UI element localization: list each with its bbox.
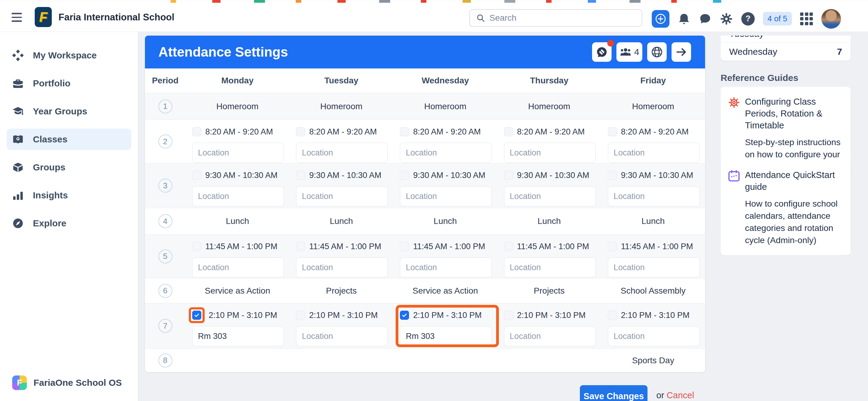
sidebar-item-classes[interactable]: Classes bbox=[7, 129, 131, 150]
location-input[interactable] bbox=[400, 326, 492, 346]
timeslot-checkbox[interactable] bbox=[608, 242, 617, 251]
period-badge: 4 bbox=[158, 214, 173, 228]
user-avatar[interactable] bbox=[821, 9, 841, 29]
location-input[interactable] bbox=[504, 186, 596, 206]
location-input[interactable] bbox=[608, 143, 700, 163]
period-activity-label: Homeroom bbox=[528, 102, 570, 111]
timeslot-time: 9:30 AM - 10:30 AM bbox=[205, 171, 277, 180]
arrow-forward-button[interactable] bbox=[672, 42, 691, 62]
notifications-bell-icon[interactable] bbox=[678, 12, 690, 25]
timeslot-time: 2:10 PM - 3:10 PM bbox=[413, 311, 482, 320]
location-input[interactable] bbox=[504, 257, 596, 277]
fariaone-logo: F bbox=[12, 375, 27, 390]
timeslot-checkbox[interactable] bbox=[504, 311, 513, 320]
cube-icon bbox=[12, 162, 24, 173]
day-count: 7 bbox=[837, 43, 842, 61]
timeslot-time: 9:30 AM - 10:30 AM bbox=[621, 171, 693, 180]
location-input[interactable] bbox=[296, 186, 388, 206]
timeslot-checkbox[interactable] bbox=[608, 311, 617, 320]
apps-grid-icon[interactable] bbox=[800, 12, 813, 25]
search-box[interactable] bbox=[469, 9, 642, 27]
sidebar-item-label: Portfolio bbox=[33, 78, 70, 89]
timeslot-time: 9:30 AM - 10:30 AM bbox=[413, 171, 485, 180]
sidebar-item-my-workspace[interactable]: My Workspace bbox=[7, 45, 131, 66]
timeslot-cell: 8:20 AM - 9:20 AM bbox=[185, 120, 289, 163]
guide-card-attendance-quickstart[interactable]: Attendance QuickStart guide How to confi… bbox=[721, 160, 850, 255]
search-input[interactable] bbox=[490, 13, 623, 23]
sidebar-item-insights[interactable]: Insights bbox=[7, 185, 131, 206]
period-activity-cell bbox=[289, 349, 393, 372]
location-input[interactable] bbox=[192, 326, 284, 346]
location-input[interactable] bbox=[192, 257, 284, 277]
timeslot-checkbox[interactable] bbox=[400, 242, 409, 251]
timeslot-checkbox[interactable] bbox=[192, 127, 201, 136]
timeslot-checkbox[interactable] bbox=[608, 127, 617, 136]
sidebar-item-year-groups[interactable]: Year Groups bbox=[7, 101, 131, 122]
chat-app-button[interactable] bbox=[592, 42, 612, 62]
hamburger-menu-icon[interactable] bbox=[11, 11, 26, 24]
day-row-current[interactable]: Wednesday 7 bbox=[721, 42, 850, 61]
timeslot-checkbox[interactable] bbox=[296, 242, 305, 251]
location-input[interactable] bbox=[296, 326, 388, 346]
timeslot-checkbox[interactable] bbox=[296, 311, 305, 320]
members-button[interactable]: 4 bbox=[616, 42, 642, 62]
timeslot-checkbox[interactable] bbox=[400, 311, 409, 320]
timeslot-checkbox[interactable] bbox=[192, 242, 201, 251]
location-input[interactable] bbox=[608, 326, 700, 346]
location-input[interactable] bbox=[192, 186, 284, 206]
timeslot-checkbox[interactable] bbox=[400, 127, 409, 136]
timeslot-checkbox[interactable] bbox=[296, 127, 305, 136]
guide-title: Attendance QuickStart guide bbox=[745, 169, 843, 193]
location-input[interactable] bbox=[296, 257, 388, 277]
location-input[interactable] bbox=[504, 143, 596, 163]
timetable-header: PeriodMondayTuesdayWednesdayThursdayFrid… bbox=[145, 68, 705, 93]
period-cell: 6 bbox=[145, 278, 185, 303]
timeslot-cell: 9:30 AM - 10:30 AM bbox=[393, 163, 497, 208]
timeslot-checkbox[interactable] bbox=[192, 311, 201, 320]
period-activity-label: Homeroom bbox=[424, 102, 466, 111]
location-input[interactable] bbox=[608, 257, 700, 277]
location-input[interactable] bbox=[400, 143, 492, 163]
column-header-day: Wednesday bbox=[393, 68, 497, 93]
timeslot-checkbox[interactable] bbox=[504, 171, 513, 180]
globe-button[interactable] bbox=[647, 42, 667, 62]
location-input[interactable] bbox=[400, 186, 492, 206]
settings-gear-icon[interactable] bbox=[720, 12, 733, 26]
day-row-partial[interactable]: Tuesday bbox=[721, 36, 850, 42]
sidebar-item-portfolio[interactable]: Portfolio bbox=[7, 73, 131, 94]
cancel-link[interactable]: Cancel bbox=[667, 390, 694, 400]
location-input[interactable] bbox=[400, 257, 492, 277]
timeslot-checkbox[interactable] bbox=[608, 171, 617, 180]
save-button[interactable]: Save Changes bbox=[580, 385, 648, 401]
quick-add-button[interactable] bbox=[652, 10, 670, 28]
period-cell: 2 bbox=[145, 120, 185, 163]
period-cell: 5 bbox=[145, 235, 185, 278]
timeslot-checkbox[interactable] bbox=[400, 171, 409, 180]
period-cell: 4 bbox=[145, 208, 185, 234]
period-cell: 1 bbox=[145, 93, 185, 120]
timeslot-cell: 8:20 AM - 9:20 AM bbox=[601, 120, 705, 163]
timeslot-time: 11:45 AM - 1:00 PM bbox=[205, 242, 277, 251]
highlight-annotation bbox=[189, 307, 205, 323]
sidebar-item-explore[interactable]: Explore bbox=[7, 213, 131, 234]
sidebar-item-label: Insights bbox=[33, 190, 68, 201]
globe-icon bbox=[651, 46, 663, 58]
location-input[interactable] bbox=[296, 143, 388, 163]
location-input[interactable] bbox=[608, 186, 700, 206]
location-input[interactable] bbox=[192, 143, 284, 163]
period-activity-label: Homeroom bbox=[216, 102, 258, 111]
search-icon bbox=[476, 13, 485, 23]
timeslot-checkbox[interactable] bbox=[504, 127, 513, 136]
timeslot-time: 8:20 AM - 9:20 AM bbox=[205, 127, 273, 137]
help-icon[interactable]: ? bbox=[741, 12, 755, 26]
timeslot-cell: 11:45 AM - 1:00 PM bbox=[185, 235, 289, 278]
sidebar-item-groups[interactable]: Groups bbox=[7, 157, 131, 178]
timeslot-checkbox[interactable] bbox=[296, 171, 305, 180]
timeslot-checkbox[interactable] bbox=[192, 171, 201, 180]
sidebar-item-label: Year Groups bbox=[33, 106, 87, 116]
usage-badge: 4 of 5 bbox=[763, 12, 792, 26]
period-activity-label: Service as Action bbox=[413, 286, 478, 296]
location-input[interactable] bbox=[504, 326, 596, 346]
messages-icon[interactable] bbox=[699, 12, 711, 25]
timeslot-checkbox[interactable] bbox=[504, 242, 513, 251]
